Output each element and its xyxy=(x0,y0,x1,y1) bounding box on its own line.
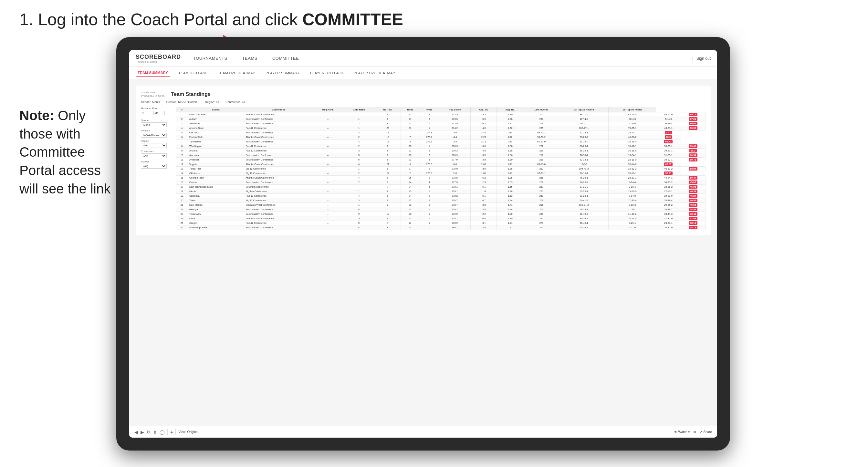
table-cell: 33-44-3 xyxy=(656,212,681,216)
table-cell: 278.7 xyxy=(439,216,470,221)
sub-nav-team-h2h-heatmap[interactable]: TEAM H2H HEATMAP xyxy=(216,70,257,76)
gender-control-label: Gender xyxy=(141,119,173,122)
table-cell: Arizona xyxy=(188,149,244,153)
toolbar-forward-icon[interactable]: ▶ xyxy=(141,430,144,435)
table-cell: 31 xyxy=(401,126,420,130)
table-cell: 276.3 xyxy=(439,149,470,153)
table-cell: Georgia xyxy=(188,207,244,212)
table-cell: 2.77 xyxy=(497,121,524,126)
table-cell: Virginia xyxy=(188,162,244,167)
view-label: View: Original xyxy=(178,430,198,434)
toolbar-watch-btn[interactable]: 👁 Watch ▾ xyxy=(674,430,690,434)
table-cell: 18 xyxy=(176,189,188,194)
sub-nav-player-summary[interactable]: PLAYER SUMMARY xyxy=(264,70,302,76)
table-cell: 1 xyxy=(343,189,375,194)
table-cell: 4 xyxy=(420,113,439,117)
table-cell: 9-29-1 xyxy=(609,221,656,225)
table-cell: 87-21-2 xyxy=(559,185,609,189)
toolbar-share-btn[interactable]: ↗ Share xyxy=(700,430,712,434)
table-cell: 30-4-0 xyxy=(609,117,656,121)
sub-nav-team-h2h-grid[interactable]: TEAM H2H GRID xyxy=(176,70,209,76)
table-cell: 34-25-2 xyxy=(656,180,681,185)
table-row: 10AlabamaSoutheastern Conference–5823327… xyxy=(176,153,706,158)
table-cell: -5.5 xyxy=(439,139,470,144)
table-cell: 278.7 xyxy=(439,198,470,203)
conference-select[interactable]: (All) xyxy=(141,153,167,158)
table-cell: 60.71 xyxy=(681,158,705,162)
table-cell: 2 xyxy=(343,121,375,126)
table-cell: 38.18 xyxy=(681,221,705,225)
toolbar-bookmark-icon[interactable]: ◯ xyxy=(160,430,165,435)
table-cell: 267 xyxy=(524,185,559,189)
table-cell: 17-33-4 xyxy=(609,198,656,203)
table-cell: 276.6 xyxy=(420,171,439,176)
toolbar-back-icon[interactable]: ◀ xyxy=(134,430,138,435)
table-cell: 1 xyxy=(343,113,375,117)
table-row: 21New MexicoMountain West Conference–193… xyxy=(176,203,706,207)
table-cell: 27 xyxy=(401,121,420,126)
table-cell: 6 xyxy=(420,121,439,126)
division-filter: Division: NCAA Division I xyxy=(166,100,199,104)
table-cell: 18-12-1 xyxy=(609,144,656,149)
table-cell: Atlantic Coast Conference xyxy=(244,162,313,167)
min-input-2[interactable] xyxy=(153,111,165,115)
min-input-1[interactable] xyxy=(141,111,152,115)
gender-select[interactable]: Men's xyxy=(141,122,167,127)
table-cell: Big 12 Conference xyxy=(244,198,313,203)
table-cell: 109-24-2 xyxy=(559,203,609,207)
table-cell: Vanderbilt xyxy=(188,121,244,126)
table-cell: Texas A&M xyxy=(188,212,244,216)
table-cell: 11-38-2 xyxy=(609,212,656,216)
col-adj-score: Adj. Score xyxy=(439,107,470,113)
table-cell: 10 xyxy=(375,135,401,139)
table-cell: Auburn xyxy=(188,117,244,121)
table-cell: 24 xyxy=(401,194,420,198)
table-cell: – xyxy=(313,203,343,207)
nav-committee[interactable]: COMMITTEE xyxy=(270,55,302,62)
table-cell: -5.0 xyxy=(439,130,470,135)
col-conference: Conference xyxy=(244,107,313,113)
table-cell: -6.0 xyxy=(471,144,497,149)
table-row: 13Texas TechBig 12 Conference–19272276.9… xyxy=(176,167,706,171)
table-cell: 23 xyxy=(401,225,420,230)
division-select[interactable]: NCAA Division I xyxy=(141,133,167,137)
watch-label: Watch ▾ xyxy=(678,430,690,434)
table-cell: 275.9 xyxy=(420,139,439,144)
sub-nav-team-summary[interactable]: TEAM SUMMARY xyxy=(136,69,170,76)
table-cell: 9 xyxy=(375,117,401,121)
table-cell: 8 xyxy=(375,153,401,158)
table-cell: 30 xyxy=(401,212,420,216)
table-cell: 46.27 xyxy=(681,194,705,198)
toolbar-clock-icon[interactable]: ● xyxy=(170,430,173,435)
nav-teams[interactable]: TEAMS xyxy=(240,55,260,62)
toolbar-expand-btn[interactable]: ⧉ xyxy=(693,430,696,434)
table-cell: 1.28 xyxy=(497,189,524,194)
sub-nav-player-h2h-heatmap[interactable]: PLAYER H2H HEATMAP xyxy=(352,70,397,76)
table-cell: 5 xyxy=(343,216,375,221)
toolbar-view-btn[interactable]: View: Original xyxy=(178,430,198,434)
school-select[interactable]: (All) xyxy=(141,164,167,168)
table-cell: 80-25-2 xyxy=(559,180,609,185)
toolbar-share-icon[interactable]: ⬆ xyxy=(153,430,157,435)
table-cell: 63.49 xyxy=(681,144,705,149)
toolbar-reload-icon[interactable]: ↻ xyxy=(147,430,151,435)
table-cell: 9 xyxy=(176,149,188,153)
table-cell: Big 12 Conference xyxy=(244,171,313,176)
table-cell: 46.06 xyxy=(681,185,705,189)
table-cell: 72-30-1 xyxy=(559,153,609,158)
sign-out-link[interactable]: Sign out xyxy=(696,56,711,61)
table-cell: Washington xyxy=(188,144,244,149)
region-select[interactable]: N/A xyxy=(141,143,167,148)
min-row-label: Minimum Rou... xyxy=(141,107,173,110)
table-cell: North Carolina xyxy=(188,113,244,117)
nav-tournaments[interactable]: TOURNAMENTS xyxy=(191,55,230,62)
table-cell: 1.44 xyxy=(497,198,524,203)
table-cell: 269 xyxy=(524,198,559,203)
table-cell: 10-23-0 xyxy=(609,216,656,221)
table-cell: 1.41 xyxy=(497,203,524,207)
table-cell: 265 xyxy=(524,126,559,130)
table-cell: 80.08 xyxy=(681,126,705,130)
table-cell: 270 xyxy=(524,225,559,230)
sub-nav-player-h2h-grid[interactable]: PLAYER H2H GRID xyxy=(308,70,345,76)
table-cell: Tennessee xyxy=(188,139,244,144)
